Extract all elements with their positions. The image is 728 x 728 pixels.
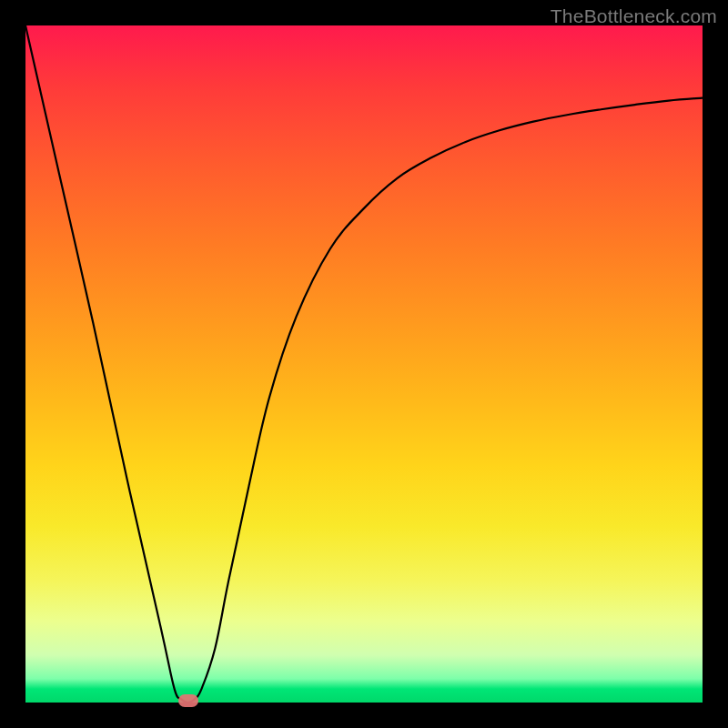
plot-area	[25, 25, 703, 703]
watermark-text: TheBottleneck.com	[551, 5, 717, 27]
optimal-marker	[178, 694, 198, 707]
chart-frame	[25, 25, 703, 703]
